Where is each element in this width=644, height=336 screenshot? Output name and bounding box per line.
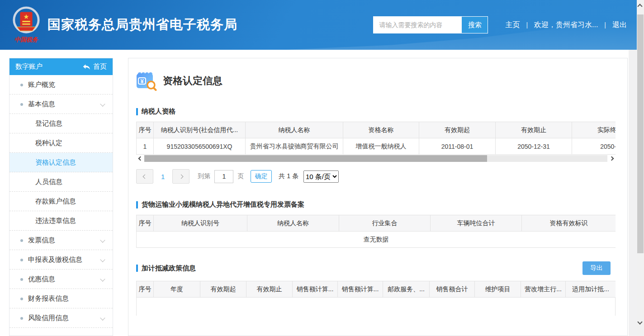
sidebar-item-deposit-account-info[interactable]: 存款账户信息	[9, 192, 113, 211]
column-header: 序号	[137, 215, 154, 232]
column-header: 年度	[154, 281, 200, 298]
taxpayer-qualification-table: 序号 纳税人识别号(社会信用代... 纳税人名称 资格名称 有效期起 有效期止 …	[136, 122, 616, 155]
scroll-right-button[interactable]	[607, 155, 616, 162]
site-title: 国家税务总局贵州省电子税务局	[47, 16, 237, 34]
chevron-down-icon	[100, 315, 105, 320]
nav-separator: |	[604, 21, 606, 28]
main-panel: ¥ 资格认定信息 纳税人资格 序号	[128, 58, 628, 336]
tax-emblem-icon: ★	[11, 6, 41, 35]
freight-transport-table-viewport: 序号 纳税人识别号 纳税人名称 行业集合 车辆吨位合计 资格有效标识 查无数据	[136, 215, 616, 248]
table-row: 1 9152033056500691XQ 贵州省习水县骏驰商贸有限公司 增值税一…	[137, 138, 616, 155]
table-header-row: 序号 年度 有效期起 有效期止 销售额计算... 销售额计算... 邮政服务、.…	[137, 281, 616, 298]
column-header: 营改增主行...	[521, 281, 566, 298]
content-row: 数字账户 首页 账户概览 基本信息 登记信息 税种认定	[0, 50, 637, 336]
table-header-row: 序号 纳税人识别号(社会信用代... 纳税人名称 资格名称 有效期起 有效期止 …	[137, 122, 616, 138]
chevron-right-icon	[609, 156, 614, 161]
nav-logout-link[interactable]: 退出	[612, 20, 627, 30]
export-button[interactable]: 导出	[582, 261, 611, 275]
sidebar-item-declaration-tax-info[interactable]: 申报表及缴税信息	[9, 250, 113, 270]
column-header: 适用加计抵...	[566, 281, 616, 298]
table-cell: 增值税一般纳税人	[343, 138, 419, 155]
column-header: 车辆吨位合计	[431, 215, 522, 232]
prev-page-button[interactable]	[136, 169, 153, 184]
column-header: 纳税人名称	[246, 122, 343, 138]
table-cell: 9152033056500691XQ	[154, 138, 246, 155]
page-size-select[interactable]: 10 条/页	[303, 170, 339, 183]
table-cell: 2050-1	[572, 138, 616, 155]
column-header: 纳税人识别号	[154, 215, 247, 232]
column-header: 实际终止	[572, 122, 616, 138]
table-cell: 2050-12-31	[496, 138, 572, 155]
sidebar-header: 数字账户 首页	[9, 58, 113, 75]
table-empty-row: 查无数据	[137, 232, 616, 248]
header-nav: 主页 | 欢迎，贵州省习水... | 退出	[505, 20, 627, 30]
sidebar-item-preferential-info[interactable]: 优惠信息	[9, 270, 113, 289]
page-title: 资格认定信息	[163, 74, 223, 88]
scroll-down-arrow-icon[interactable]	[637, 319, 642, 324]
total-count-label: 共 1 条	[279, 172, 298, 180]
sidebar-item-violation-info[interactable]: 违法违章信息	[9, 211, 113, 231]
no-data-message: 查无数据	[137, 232, 616, 248]
sidebar-item-tax-type[interactable]: 税种认定	[9, 133, 113, 153]
table-cell: 2011-08-01	[419, 138, 496, 155]
sidebar-title: 数字账户	[15, 62, 43, 71]
section-bar	[136, 108, 138, 115]
scrollbar-thumb[interactable]	[144, 155, 487, 162]
scrollbar-track[interactable]	[144, 155, 607, 162]
sidebar-home-link[interactable]: 首页	[83, 62, 107, 71]
column-header: 销售额计算...	[293, 281, 338, 298]
taxpayer-qualification-table-viewport: 序号 纳税人识别号(社会信用代... 纳税人名称 资格名称 有效期起 有效期止 …	[136, 122, 616, 155]
top-header: ★ 中国税务 国家税务总局贵州省电子税务局 搜索 主页 | 欢迎，贵州省习水..…	[0, 0, 637, 50]
table-cell: 1	[137, 138, 154, 155]
additional-deduction-table: 序号 年度 有效期起 有效期止 销售额计算... 销售额计算... 邮政服务、.…	[136, 281, 616, 298]
content-right-gutter	[629, 50, 637, 336]
sidebar-menu: 账户概览 基本信息 登记信息 税种认定 资格认定信息 人员信息 存款账户信息 违…	[9, 75, 113, 328]
browser-scrollbar[interactable]	[637, 0, 644, 336]
search-button[interactable]: 搜索	[461, 17, 488, 33]
sidebar-item-qualification-info[interactable]: 资格认定信息	[9, 153, 113, 172]
chevron-down-icon	[100, 276, 105, 281]
sidebar-item-account-overview[interactable]: 账户概览	[9, 75, 113, 95]
column-header: 资格名称	[343, 122, 419, 138]
sidebar-item-personnel-info[interactable]: 人员信息	[9, 172, 113, 192]
column-header: 有效期起	[200, 281, 246, 298]
column-header: 邮政服务、...	[383, 281, 430, 298]
sidebar-item-registration-info[interactable]: 登记信息	[9, 114, 113, 133]
chevron-right-icon	[179, 174, 183, 179]
logo: ★ 中国税务	[11, 6, 41, 44]
next-page-button[interactable]	[172, 169, 189, 184]
section-bar	[136, 265, 138, 272]
page-number-input[interactable]	[214, 170, 233, 183]
table-cell: 贵州省习水县骏驰商贸有限公司	[246, 138, 343, 155]
nav-separator: |	[526, 21, 528, 28]
sidebar-item-basic-info[interactable]: 基本信息	[9, 95, 113, 114]
nav-home-link[interactable]: 主页	[505, 20, 520, 30]
column-header: 纳税人识别号(社会信用代...	[154, 122, 246, 138]
column-header: 维护项目	[475, 281, 521, 298]
chevron-down-icon	[100, 101, 105, 106]
svg-text:★: ★	[23, 13, 29, 20]
qualification-page-icon: ¥	[136, 71, 157, 91]
sidebar-item-financial-report-info[interactable]: 财务报表信息	[9, 289, 113, 308]
sidebar-item-invoice-info[interactable]: 发票信息	[9, 231, 113, 250]
column-header: 行业集合	[339, 215, 431, 232]
scroll-up-arrow-icon[interactable]	[637, 4, 642, 9]
additional-deduction-table-viewport: 序号 年度 有效期起 有效期止 销售额计算... 销售额计算... 邮政服务、.…	[136, 281, 616, 298]
nav-welcome-link[interactable]: 欢迎，贵州省习水...	[534, 20, 598, 30]
table-header-row: 序号 纳税人识别号 纳税人名称 行业集合 车辆吨位合计 资格有效标识	[137, 215, 616, 232]
browser-scrollbar-thumb[interactable]	[637, 14, 644, 253]
page-title-row: ¥ 资格认定信息	[136, 71, 618, 91]
column-header: 有效期起	[419, 122, 496, 138]
section-taxpayer-qualification-header: 纳税人资格	[136, 107, 618, 116]
chevron-down-icon	[100, 257, 105, 262]
search-input[interactable]	[374, 17, 461, 33]
page-unit-label: 页	[237, 172, 244, 180]
current-page-number[interactable]: 1	[161, 173, 165, 180]
chevron-down-icon	[100, 237, 105, 242]
scroll-left-button[interactable]	[136, 155, 144, 162]
column-header: 销售额合计	[430, 281, 475, 298]
column-header: 有效期止	[496, 122, 572, 138]
sidebar-item-risk-credit-info[interactable]: 风险信用信息	[9, 308, 113, 328]
confirm-page-button[interactable]: 确定	[251, 170, 272, 183]
section-bar	[136, 201, 138, 208]
